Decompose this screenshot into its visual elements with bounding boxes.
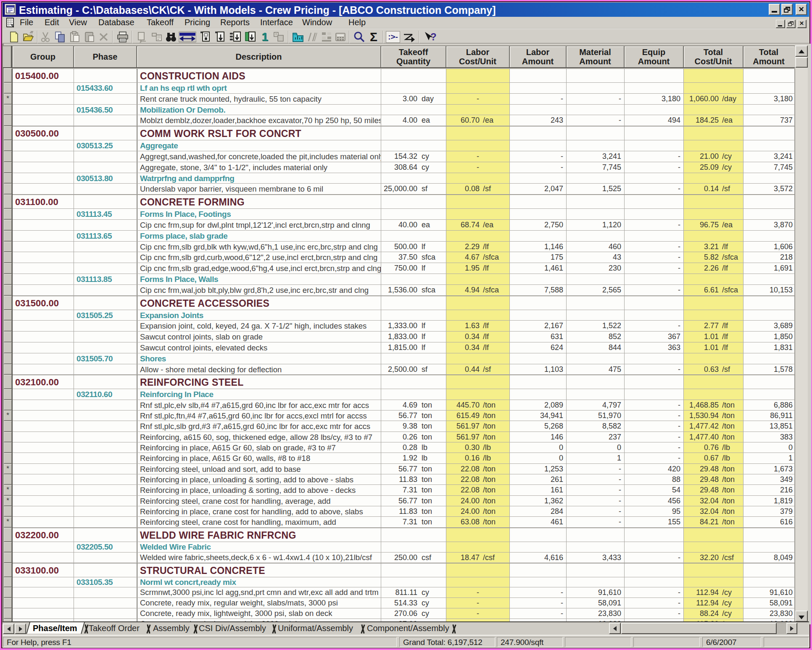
svg-text:?: ? bbox=[430, 31, 437, 42]
